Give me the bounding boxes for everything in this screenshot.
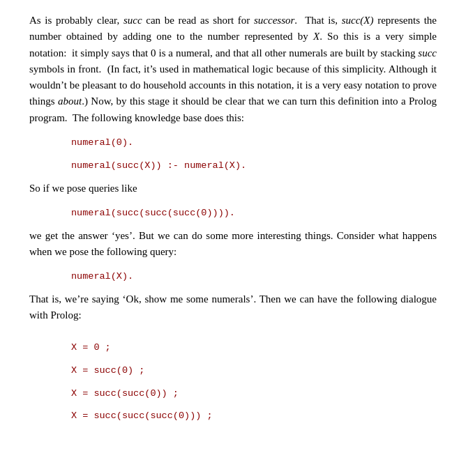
code-block-4: X = 0 ; X = succ(0) ; X = succ(succ(0)) … (71, 334, 437, 424)
code-line-4-1: X = 0 ; (71, 341, 437, 355)
page-content: As is probably clear, succ can be read a… (0, 0, 466, 443)
code-line-1-2: numeral(succ(X)) :- numeral(X). (71, 159, 437, 174)
paragraph-4: That is, we’re saying ‘Ok, show me some … (29, 291, 437, 324)
italic-succ-1: succ (123, 15, 142, 26)
code-line-2-1: numeral(succ(succ(succ(0)))). (71, 206, 437, 221)
code-block-1: numeral(0). numeral(succ(X)) :- numeral(… (71, 136, 437, 174)
code-block-2: numeral(succ(succ(succ(0)))). (71, 206, 437, 221)
italic-about: about (58, 95, 82, 107)
code-block-3: numeral(X). (71, 270, 437, 284)
paragraph-1: As is probably clear, succ can be read a… (29, 13, 437, 126)
code-line-4-4: X = succ(succ(succ(0))) ; (71, 409, 437, 424)
code-line-4-3: X = succ(succ(0)) ; (71, 387, 437, 401)
italic-successor: successor (254, 15, 294, 26)
code-line-1-1: numeral(0). (71, 136, 437, 151)
italic-succ-x: succ(X) (342, 15, 374, 26)
paragraph-3: we get the answer ‘yes’. But we can do s… (29, 228, 437, 261)
paragraph-2: So if we pose queries like (29, 181, 437, 197)
code-line-4-2: X = succ(0) ; (71, 364, 437, 378)
italic-succ-2: succ (418, 47, 437, 59)
code-line-3-1: numeral(X). (71, 270, 437, 284)
italic-x-1: X (313, 31, 320, 42)
